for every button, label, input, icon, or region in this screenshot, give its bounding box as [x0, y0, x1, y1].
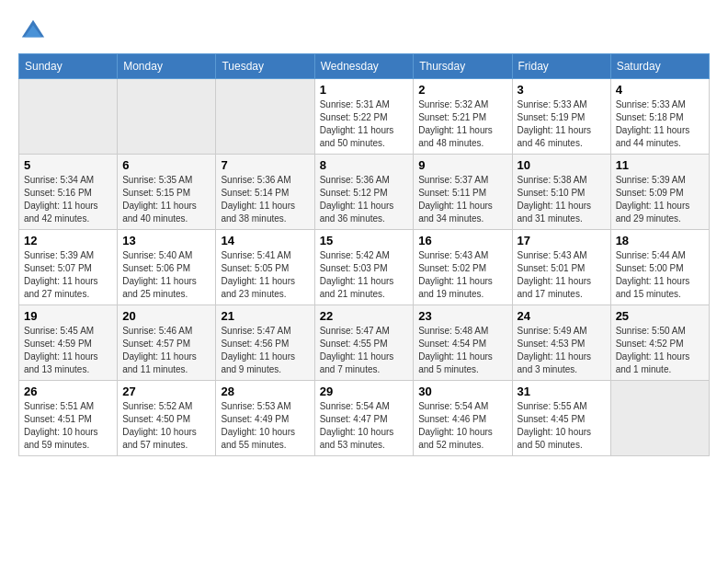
day-number: 6 — [122, 158, 210, 172]
calendar-cell: 13Sunrise: 5:40 AM Sunset: 5:06 PM Dayli… — [118, 230, 216, 305]
col-header-wednesday: Wednesday — [314, 54, 414, 79]
calendar-cell: 21Sunrise: 5:47 AM Sunset: 4:56 PM Dayli… — [216, 305, 314, 381]
day-number: 28 — [221, 385, 309, 398]
calendar-cell: 25Sunrise: 5:50 AM Sunset: 4:52 PM Dayli… — [610, 305, 709, 381]
day-info: Sunrise: 5:47 AM Sunset: 4:55 PM Dayligh… — [320, 325, 409, 376]
calendar-cell: 1Sunrise: 5:31 AM Sunset: 5:22 PM Daylig… — [314, 79, 414, 155]
col-header-thursday: Thursday — [414, 54, 512, 79]
day-info: Sunrise: 5:39 AM Sunset: 5:09 PM Dayligh… — [616, 174, 704, 225]
day-info: Sunrise: 5:33 AM Sunset: 5:18 PM Dayligh… — [616, 98, 704, 150]
header-row: SundayMondayTuesdayWednesdayThursdayFrid… — [19, 54, 710, 79]
day-number: 27 — [122, 385, 210, 398]
day-info: Sunrise: 5:52 AM Sunset: 4:50 PM Dayligh… — [122, 400, 210, 452]
calendar-week-4: 19Sunrise: 5:45 AM Sunset: 4:59 PM Dayli… — [19, 305, 710, 381]
calendar-cell: 11Sunrise: 5:39 AM Sunset: 5:09 PM Dayli… — [610, 155, 709, 230]
day-info: Sunrise: 5:33 AM Sunset: 5:19 PM Dayligh… — [518, 98, 606, 150]
day-info: Sunrise: 5:31 AM Sunset: 5:22 PM Dayligh… — [320, 98, 409, 150]
calendar-cell: 30Sunrise: 5:54 AM Sunset: 4:46 PM Dayli… — [414, 381, 512, 456]
day-info: Sunrise: 5:47 AM Sunset: 4:56 PM Dayligh… — [221, 325, 309, 376]
day-number: 22 — [320, 309, 409, 323]
calendar-cell: 15Sunrise: 5:42 AM Sunset: 5:03 PM Dayli… — [314, 230, 414, 305]
day-number: 4 — [616, 83, 704, 97]
day-number: 7 — [221, 158, 309, 172]
day-number: 5 — [24, 158, 112, 172]
day-number: 18 — [616, 234, 704, 247]
day-info: Sunrise: 5:54 AM Sunset: 4:46 PM Dayligh… — [418, 400, 506, 452]
calendar-cell — [610, 381, 709, 456]
calendar-cell: 2Sunrise: 5:32 AM Sunset: 5:21 PM Daylig… — [414, 79, 512, 155]
day-number: 13 — [122, 234, 210, 247]
logo-icon — [20, 18, 46, 44]
day-number: 26 — [24, 385, 112, 398]
calendar-cell: 26Sunrise: 5:51 AM Sunset: 4:51 PM Dayli… — [19, 381, 118, 456]
calendar-cell: 31Sunrise: 5:55 AM Sunset: 4:45 PM Dayli… — [512, 381, 610, 456]
day-info: Sunrise: 5:44 AM Sunset: 5:00 PM Dayligh… — [616, 249, 704, 301]
day-number: 11 — [616, 158, 704, 172]
day-number: 19 — [24, 309, 112, 323]
day-info: Sunrise: 5:37 AM Sunset: 5:11 PM Dayligh… — [418, 174, 506, 225]
day-info: Sunrise: 5:45 AM Sunset: 4:59 PM Dayligh… — [24, 325, 112, 376]
day-info: Sunrise: 5:38 AM Sunset: 5:10 PM Dayligh… — [518, 174, 606, 225]
day-number: 29 — [320, 385, 409, 398]
col-header-friday: Friday — [512, 54, 610, 79]
day-info: Sunrise: 5:34 AM Sunset: 5:16 PM Dayligh… — [24, 174, 112, 225]
calendar-cell: 4Sunrise: 5:33 AM Sunset: 5:18 PM Daylig… — [610, 79, 709, 155]
day-number: 15 — [320, 234, 409, 247]
calendar-cell: 18Sunrise: 5:44 AM Sunset: 5:00 PM Dayli… — [610, 230, 709, 305]
day-info: Sunrise: 5:53 AM Sunset: 4:49 PM Dayligh… — [221, 400, 309, 452]
calendar-week-3: 12Sunrise: 5:39 AM Sunset: 5:07 PM Dayli… — [19, 230, 710, 305]
calendar-cell: 14Sunrise: 5:41 AM Sunset: 5:05 PM Dayli… — [216, 230, 314, 305]
calendar-cell: 24Sunrise: 5:49 AM Sunset: 4:53 PM Dayli… — [512, 305, 610, 381]
calendar-cell: 17Sunrise: 5:43 AM Sunset: 5:01 PM Dayli… — [512, 230, 610, 305]
calendar-cell — [118, 79, 216, 155]
calendar-week-1: 1Sunrise: 5:31 AM Sunset: 5:22 PM Daylig… — [19, 79, 710, 155]
day-number: 31 — [518, 385, 606, 398]
calendar-cell: 12Sunrise: 5:39 AM Sunset: 5:07 PM Dayli… — [19, 230, 118, 305]
day-number: 12 — [24, 234, 112, 247]
day-number: 23 — [418, 309, 506, 323]
col-header-sunday: Sunday — [19, 54, 118, 79]
header — [18, 18, 710, 44]
calendar-cell: 10Sunrise: 5:38 AM Sunset: 5:10 PM Dayli… — [512, 155, 610, 230]
day-info: Sunrise: 5:35 AM Sunset: 5:15 PM Dayligh… — [122, 174, 210, 225]
calendar-cell: 29Sunrise: 5:54 AM Sunset: 4:47 PM Dayli… — [314, 381, 414, 456]
calendar-cell: 19Sunrise: 5:45 AM Sunset: 4:59 PM Dayli… — [19, 305, 118, 381]
day-number: 8 — [320, 158, 409, 172]
day-info: Sunrise: 5:54 AM Sunset: 4:47 PM Dayligh… — [320, 400, 409, 452]
day-info: Sunrise: 5:49 AM Sunset: 4:53 PM Dayligh… — [518, 325, 606, 376]
calendar-cell: 28Sunrise: 5:53 AM Sunset: 4:49 PM Dayli… — [216, 381, 314, 456]
day-number: 17 — [518, 234, 606, 247]
day-info: Sunrise: 5:39 AM Sunset: 5:07 PM Dayligh… — [24, 249, 112, 301]
col-header-saturday: Saturday — [610, 54, 709, 79]
calendar-cell: 16Sunrise: 5:43 AM Sunset: 5:02 PM Dayli… — [414, 230, 512, 305]
calendar-week-5: 26Sunrise: 5:51 AM Sunset: 4:51 PM Dayli… — [19, 381, 710, 456]
calendar-cell — [19, 79, 118, 155]
calendar-table: SundayMondayTuesdayWednesdayThursdayFrid… — [18, 53, 710, 456]
day-info: Sunrise: 5:55 AM Sunset: 4:45 PM Dayligh… — [518, 400, 606, 452]
calendar-cell: 23Sunrise: 5:48 AM Sunset: 4:54 PM Dayli… — [414, 305, 512, 381]
day-number: 20 — [122, 309, 210, 323]
day-info: Sunrise: 5:50 AM Sunset: 4:52 PM Dayligh… — [616, 325, 704, 376]
day-info: Sunrise: 5:48 AM Sunset: 4:54 PM Dayligh… — [418, 325, 506, 376]
day-info: Sunrise: 5:51 AM Sunset: 4:51 PM Dayligh… — [24, 400, 112, 452]
day-number: 2 — [418, 83, 506, 97]
page: SundayMondayTuesdayWednesdayThursdayFrid… — [0, 0, 728, 465]
day-number: 16 — [418, 234, 506, 247]
calendar-cell: 20Sunrise: 5:46 AM Sunset: 4:57 PM Dayli… — [118, 305, 216, 381]
day-number: 25 — [616, 309, 704, 323]
day-number: 3 — [518, 83, 606, 97]
calendar-cell: 5Sunrise: 5:34 AM Sunset: 5:16 PM Daylig… — [19, 155, 118, 230]
day-number: 10 — [518, 158, 606, 172]
logo — [18, 18, 50, 44]
calendar-cell: 6Sunrise: 5:35 AM Sunset: 5:15 PM Daylig… — [118, 155, 216, 230]
day-number: 30 — [418, 385, 506, 398]
calendar-cell: 3Sunrise: 5:33 AM Sunset: 5:19 PM Daylig… — [512, 79, 610, 155]
day-number: 14 — [221, 234, 309, 247]
calendar-cell — [216, 79, 314, 155]
day-number: 9 — [418, 158, 506, 172]
calendar-cell: 27Sunrise: 5:52 AM Sunset: 4:50 PM Dayli… — [118, 381, 216, 456]
col-header-tuesday: Tuesday — [216, 54, 314, 79]
day-info: Sunrise: 5:36 AM Sunset: 5:14 PM Dayligh… — [221, 174, 309, 225]
day-info: Sunrise: 5:41 AM Sunset: 5:05 PM Dayligh… — [221, 249, 309, 301]
day-info: Sunrise: 5:43 AM Sunset: 5:02 PM Dayligh… — [418, 249, 506, 301]
